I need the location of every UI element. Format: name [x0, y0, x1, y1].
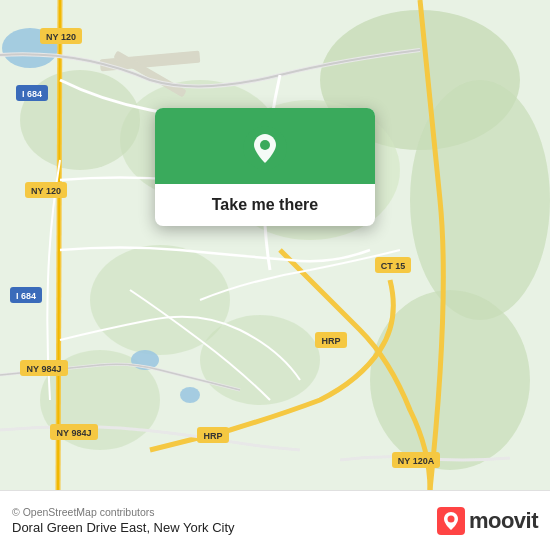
- card-header: [155, 108, 375, 184]
- svg-text:NY 120: NY 120: [46, 32, 76, 42]
- svg-text:HRP: HRP: [203, 431, 222, 441]
- location-pin-icon: [243, 126, 287, 170]
- svg-point-36: [260, 140, 270, 150]
- moovit-logo: moovit: [437, 507, 538, 535]
- svg-text:NY 984J: NY 984J: [27, 364, 62, 374]
- footer-attribution: © OpenStreetMap contributors: [12, 506, 235, 518]
- svg-text:HRP: HRP: [321, 336, 340, 346]
- svg-text:I 684: I 684: [22, 89, 42, 99]
- map-background: NY 120 I 684 NY 120 I 684 NY 984J NY 984…: [0, 0, 550, 490]
- footer-bar: © OpenStreetMap contributors Doral Green…: [0, 490, 550, 550]
- svg-point-12: [180, 387, 200, 403]
- location-card: Take me there: [155, 108, 375, 226]
- map-container: NY 120 I 684 NY 120 I 684 NY 984J NY 984…: [0, 0, 550, 490]
- svg-text:NY 120A: NY 120A: [398, 456, 435, 466]
- svg-text:NY 120: NY 120: [31, 186, 61, 196]
- moovit-pin-icon: [437, 507, 465, 535]
- footer-location: Doral Green Drive East, New York City: [12, 520, 235, 535]
- svg-text:CT 15: CT 15: [381, 261, 406, 271]
- svg-text:NY 984J: NY 984J: [57, 428, 92, 438]
- take-me-there-button[interactable]: Take me there: [155, 184, 375, 226]
- svg-point-38: [447, 515, 454, 522]
- svg-text:I 684: I 684: [16, 291, 36, 301]
- moovit-brand-text: moovit: [469, 508, 538, 534]
